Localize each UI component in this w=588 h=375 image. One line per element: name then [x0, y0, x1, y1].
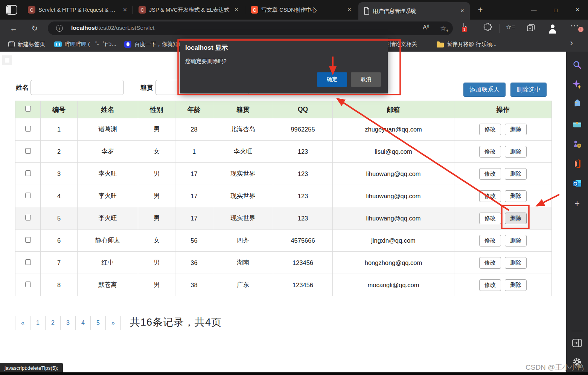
- edit-button[interactable]: 修改: [479, 190, 501, 202]
- row-checkbox[interactable]: [25, 170, 31, 176]
- sidebar-add-icon[interactable]: +: [572, 199, 582, 208]
- open-panel-icon[interactable]: [572, 338, 582, 348]
- new-tab-button[interactable]: +: [475, 5, 486, 15]
- delete-button[interactable]: 删除: [505, 235, 527, 246]
- bookmark-folder[interactable]: 暂伴月将影 行乐须...: [434, 39, 500, 49]
- delete-button[interactable]: 删除: [505, 213, 527, 224]
- bookmarks-overflow-icon[interactable]: ›: [570, 38, 573, 48]
- status-bar: javascript:deleteTips(5);: [0, 363, 63, 373]
- add-contact-button[interactable]: 添加联系人: [463, 83, 506, 97]
- browser-tab-active[interactable]: 用户信息管理系统 ×: [358, 2, 470, 20]
- hometown-filter-label: 籍贯: [140, 83, 153, 92]
- row-checkbox[interactable]: [25, 193, 31, 198]
- outlook-icon[interactable]: [572, 178, 582, 188]
- url-text: localhost/test02/userListServlet: [71, 24, 154, 31]
- select-all-checkbox[interactable]: [25, 106, 31, 112]
- extension-icon[interactable]: 1: [463, 23, 464, 30]
- more-options-icon[interactable]: ···↑: [571, 22, 579, 30]
- games-icon[interactable]: [572, 139, 582, 149]
- close-window-button[interactable]: ×: [568, 0, 586, 20]
- table-row: 1诸葛渊男28北海杏岛9962255zhugeyuan@qq.com修改删除: [15, 118, 552, 141]
- page-item[interactable]: 4: [75, 316, 91, 330]
- edit-button[interactable]: 修改: [479, 146, 501, 158]
- edit-button[interactable]: 修改: [479, 279, 501, 291]
- scroll-artifact: [2, 55, 12, 65]
- cell-gender: 男: [138, 274, 175, 296]
- maximize-button[interactable]: □: [547, 0, 565, 20]
- page-item[interactable]: 5: [90, 316, 106, 330]
- cell-id: 7: [41, 252, 78, 274]
- address-bar[interactable]: i localhost/test02/userListServlet A)) ☆: [48, 21, 453, 35]
- browser-tab-1[interactable]: C Servlet & HTTP & Request & Res ×: [23, 0, 133, 20]
- cell-email: lihuowang@qq.com: [333, 185, 454, 207]
- csdn-favicon-icon: C: [251, 6, 258, 14]
- tab-close-icon[interactable]: ×: [459, 7, 466, 15]
- delete-selected-button[interactable]: 删除选中: [510, 83, 547, 97]
- cell-hometown: 现实世界: [213, 185, 273, 207]
- page-item[interactable]: 3: [60, 316, 76, 330]
- table-row: 8默苍离男38广东123456mocangli@qq.com修改删除: [15, 274, 552, 296]
- update-badge-icon: ↑: [578, 27, 583, 32]
- cell-email: zhugeyuan@qq.com: [333, 118, 454, 141]
- shopping-tag-icon[interactable]: [572, 99, 582, 109]
- edit-button[interactable]: 修改: [479, 168, 501, 180]
- row-checkbox[interactable]: [25, 237, 31, 243]
- workspace-icon[interactable]: [6, 5, 17, 15]
- search-icon[interactable]: [572, 60, 582, 70]
- bookmark-bilibili[interactable]: 哔哩哔哩 ( ゜-゜)つ...: [51, 39, 119, 49]
- delete-button[interactable]: 删除: [505, 279, 527, 291]
- page-item[interactable]: 1: [30, 316, 46, 330]
- add-favorite-icon[interactable]: ☆: [440, 24, 446, 32]
- name-filter-input[interactable]: [30, 80, 124, 95]
- site-info-icon[interactable]: i: [56, 25, 63, 32]
- browser-tab-3[interactable]: C 写文章-CSDN创作中心 ×: [245, 0, 357, 20]
- toolbox-icon[interactable]: [572, 119, 582, 129]
- row-checkbox-cell: [15, 163, 41, 185]
- edit-button[interactable]: 修改: [479, 257, 501, 269]
- bookmark-new-tab-page[interactable]: 新建标签页: [5, 39, 48, 49]
- collections-icon[interactable]: [526, 23, 536, 34]
- folder-icon: [437, 43, 444, 47]
- back-icon[interactable]: ←: [8, 23, 19, 34]
- delete-button[interactable]: 删除: [505, 168, 527, 180]
- puzzle-extensions-icon[interactable]: [483, 23, 492, 33]
- favorites-list-icon[interactable]: ☆≡: [506, 23, 516, 31]
- table-row: 6静心师太女56四齐4575666jingxin@qq.com修改删除: [15, 230, 552, 252]
- page-item[interactable]: »: [105, 316, 121, 330]
- delete-button[interactable]: 删除: [505, 146, 527, 158]
- page-item[interactable]: «: [15, 316, 30, 330]
- browser-tab-2[interactable]: C JSP & MVC开发模式 & EL表达式 ×: [133, 0, 244, 20]
- bookmark-baidu[interactable]: 百度一下，你就知道: [121, 39, 187, 49]
- cell-qq: 123456: [273, 252, 333, 274]
- edit-button[interactable]: 修改: [479, 235, 501, 246]
- refresh-icon[interactable]: ↻: [29, 23, 40, 34]
- dialog-confirm-button[interactable]: 确定: [317, 72, 347, 87]
- edit-button[interactable]: 修改: [479, 124, 501, 135]
- page-item[interactable]: 2: [45, 316, 61, 330]
- office-icon[interactable]: [572, 159, 582, 168]
- copilot-icon[interactable]: [572, 80, 582, 89]
- tab-close-icon[interactable]: ×: [121, 6, 129, 14]
- tab-close-icon[interactable]: ×: [233, 6, 240, 14]
- cell-qq: 123: [273, 207, 333, 230]
- row-operations-cell: 修改删除: [454, 185, 552, 207]
- row-checkbox[interactable]: [25, 282, 31, 287]
- watermark: CSDN @王小小鸭: [526, 363, 583, 372]
- dialog-cancel-button[interactable]: 取消: [351, 72, 381, 87]
- tab-close-icon[interactable]: ×: [346, 6, 353, 14]
- minimize-button[interactable]: —: [525, 0, 543, 20]
- edit-button[interactable]: 修改: [479, 213, 501, 224]
- cell-hometown: 现实世界: [213, 163, 273, 185]
- delete-button[interactable]: 删除: [505, 257, 527, 269]
- delete-button[interactable]: 删除: [505, 124, 527, 135]
- row-checkbox[interactable]: [25, 259, 31, 265]
- cell-qq: 9962255: [273, 118, 333, 141]
- new-tab-page-icon: [8, 41, 15, 47]
- cell-age: 17: [175, 207, 213, 230]
- row-checkbox[interactable]: [25, 126, 31, 132]
- read-aloud-icon[interactable]: A)): [423, 24, 429, 31]
- cell-name: 红中: [78, 252, 138, 274]
- row-checkbox[interactable]: [25, 148, 31, 154]
- row-checkbox[interactable]: [25, 215, 31, 220]
- delete-button[interactable]: 删除: [505, 190, 527, 202]
